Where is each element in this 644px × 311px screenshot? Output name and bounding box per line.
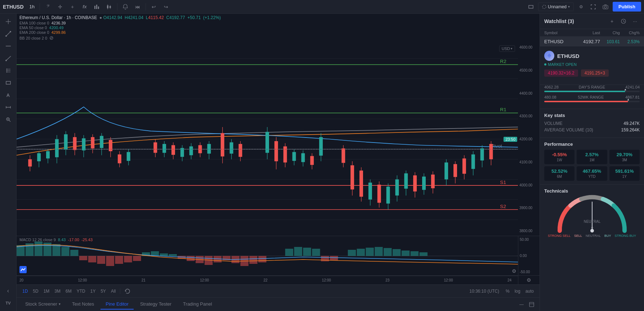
zoom-tool[interactable]	[3, 114, 14, 125]
svg-rect-103	[292, 152, 296, 161]
symbol-detail: ETHUSD MARKET OPEN 4190.32×16.2 4191.25×…	[540, 46, 644, 85]
redo-icon[interactable]: ↪	[161, 2, 171, 12]
time-btn-6m[interactable]: 6M	[63, 288, 74, 295]
macd-svg	[17, 236, 518, 275]
time-settings-icon[interactable]: ⚙	[518, 276, 540, 284]
chart-type-icon[interactable]	[92, 2, 102, 12]
week52-range-labels: 480.08 52WK RANGE 4867.81	[544, 95, 640, 99]
bid-1[interactable]: 4190.32×16.2	[544, 69, 578, 77]
cursor-icon[interactable]: ✛	[55, 2, 65, 12]
svg-point-10	[542, 5, 546, 9]
timestamp-badge: 23:50	[504, 137, 517, 142]
svg-rect-190	[529, 302, 534, 307]
technicals-title: Technicals	[544, 188, 640, 194]
bars-icon[interactable]: 𝄢	[43, 2, 53, 12]
svg-rect-175	[294, 247, 302, 256]
undo-icon[interactable]: ↩	[149, 2, 159, 12]
time-btn-all[interactable]: All	[109, 288, 118, 295]
measure-tool[interactable]	[3, 102, 14, 113]
chart-canvas-area: 4600.00 4500.00 4400.00 4300.00 4200.00 …	[17, 42, 540, 236]
bid-2[interactable]: 4191.25×3	[581, 69, 609, 77]
price-chart-svg[interactable]: R2 R1 Pivot S1 S2	[17, 42, 518, 236]
time-btn-1d[interactable]: 1D	[20, 288, 30, 295]
camera-icon[interactable]	[600, 2, 611, 12]
svg-rect-85	[189, 147, 193, 156]
tab-strategy-tester[interactable]: Strategy Tester	[135, 299, 176, 310]
minimize-panel-button[interactable]: —	[517, 300, 526, 309]
svg-rect-57	[46, 151, 50, 158]
auto-toggle[interactable]: auto	[523, 288, 536, 295]
svg-rect-71	[109, 140, 112, 151]
svg-text:○: ○	[591, 225, 593, 230]
settings-icon[interactable]: ⚙	[576, 2, 586, 12]
time-btn-3m[interactable]: 3M	[52, 288, 63, 295]
publish-button[interactable]: Publish	[613, 2, 641, 12]
collapse-icon[interactable]: ‹	[3, 285, 14, 297]
svg-rect-6	[109, 6, 111, 8]
bottom-tabs: Stock Screener ▾ Text Notes Pine Editor …	[17, 297, 540, 311]
perf-3m: 29.70% 3M	[609, 150, 640, 164]
clock-icon[interactable]	[619, 17, 628, 26]
svg-rect-127	[413, 175, 417, 191]
horizontal-line-tool[interactable]	[3, 40, 14, 52]
day-range-bar	[544, 91, 640, 92]
rect-tool[interactable]	[3, 77, 14, 89]
day-range-row: 4062.28 DAY'S RANGE 4241.04	[544, 85, 640, 92]
timeframe-selector[interactable]: 1h	[27, 3, 37, 10]
svg-rect-156	[106, 256, 114, 266]
svg-point-12	[604, 6, 607, 8]
key-stats-title: Key stats	[544, 113, 640, 118]
fx-icon[interactable]: fx	[80, 2, 90, 12]
tab-pine-editor[interactable]: Pine Editor	[100, 299, 134, 310]
svg-line-30	[9, 120, 10, 122]
time-btn-ytd[interactable]: YTD	[75, 288, 88, 295]
watchlist-row-ethusd[interactable]: ETHUSD 4192.77 103.61 2.53%	[540, 37, 644, 46]
macd-canvas: MACD 12 26 close 9 8.43 -17.00 -25.43	[17, 236, 518, 275]
main-content: A ‹ TV Ethereum / U.S. Dollar · 1h · COI…	[0, 14, 644, 311]
crosshair-tool[interactable]	[3, 16, 14, 27]
replay-icon[interactable]	[122, 286, 133, 296]
time-axis-container: 20 12:00 21 12:00 22 12:00 23 12:00 24 ⚙	[17, 275, 540, 284]
tab-stock-screener[interactable]: Stock Screener ▾	[20, 299, 66, 310]
watchlist-header: Watchlist (3) + ···	[540, 14, 644, 29]
currency-selector[interactable]: USD ▾	[499, 45, 515, 52]
perf-6m: 52.52% 6M	[544, 166, 574, 181]
candle-icon[interactable]	[104, 2, 114, 12]
macd-settings-icon[interactable]: ⚙	[512, 268, 516, 274]
time-btn-5y[interactable]: 5Y	[98, 288, 108, 295]
tab-trading-panel[interactable]: Trading Panel	[178, 299, 217, 310]
symbol-detail-name: ETHUSD	[557, 53, 580, 59]
svg-rect-165	[187, 256, 194, 261]
add-indicator-icon[interactable]: +	[67, 2, 77, 12]
time-btn-5d[interactable]: 5D	[31, 288, 40, 295]
svg-rect-69	[100, 136, 103, 148]
svg-rect-185	[393, 249, 401, 256]
svg-rect-3	[107, 5, 108, 8]
svg-rect-153	[79, 256, 87, 260]
market-open-dot	[544, 63, 546, 66]
svg-rect-148	[35, 242, 43, 256]
time-btn-1m[interactable]: 1M	[41, 288, 52, 295]
time-btn-1y[interactable]: 1Y	[88, 288, 98, 295]
gauge-container: NEUTRAL ○	[544, 197, 640, 233]
perf-1y: 591.61% 1Y	[609, 166, 640, 181]
text-tool[interactable]: A	[3, 89, 14, 101]
svg-rect-109	[319, 137, 323, 156]
line-tool[interactable]	[3, 28, 14, 40]
alert-icon[interactable]	[120, 2, 130, 12]
ray-tool[interactable]	[3, 53, 14, 64]
pct-toggle[interactable]: %	[504, 288, 512, 295]
svg-rect-173	[258, 256, 266, 262]
fullscreen-icon[interactable]	[588, 2, 598, 12]
add-watchlist-icon[interactable]: +	[607, 17, 617, 26]
rectangle-icon[interactable]	[526, 2, 536, 12]
watchlist-more-icon[interactable]: ···	[630, 17, 640, 26]
svg-rect-188	[420, 252, 428, 256]
unnamed-button[interactable]: Unnamed ▾	[538, 3, 574, 11]
expand-panel-button[interactable]	[527, 300, 536, 309]
log-toggle[interactable]: log	[513, 288, 523, 295]
tab-text-notes[interactable]: Text Notes	[67, 299, 99, 310]
screener-dropdown-icon[interactable]: ▾	[59, 302, 61, 306]
rewind-icon[interactable]: ⏮	[133, 2, 143, 12]
fib-tool[interactable]	[3, 65, 14, 76]
